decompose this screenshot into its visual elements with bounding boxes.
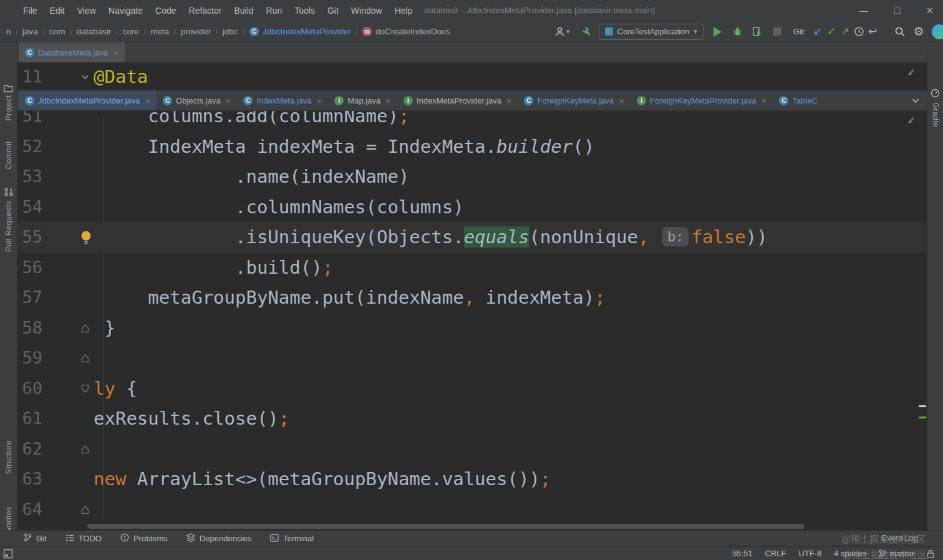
window-controls: — □ × bbox=[859, 0, 933, 21]
menu-view[interactable]: View bbox=[72, 4, 102, 17]
project-folder-icon[interactable] bbox=[4, 84, 13, 95]
close-icon[interactable]: × bbox=[762, 96, 767, 105]
minimize-icon[interactable]: — bbox=[859, 6, 868, 16]
tab-indexmetaprovider-java[interactable]: IIndexMetaProvider.java× bbox=[397, 90, 518, 110]
menu-git[interactable]: Git bbox=[322, 4, 344, 17]
tool-stripe-structure[interactable]: Structure bbox=[4, 440, 13, 474]
menu-refactor[interactable]: Refactor bbox=[183, 4, 228, 17]
inspection-ok-icon[interactable]: ✓ bbox=[907, 115, 916, 127]
tab-indexmeta-java[interactable]: CIndexMeta.java× bbox=[237, 90, 328, 110]
breadcrumb-item[interactable]: provider bbox=[180, 26, 213, 37]
breadcrumb-item[interactable]: core bbox=[122, 26, 140, 37]
close-icon[interactable]: × bbox=[145, 96, 150, 105]
gradle-icon[interactable] bbox=[931, 89, 940, 100]
breadcrumb-item[interactable]: jdbc bbox=[221, 26, 239, 37]
code-segment: false bbox=[691, 226, 745, 248]
tab-foreignkeymeta-java[interactable]: CForeignKeyMeta.java× bbox=[518, 90, 631, 110]
menu-code[interactable]: Code bbox=[150, 4, 181, 17]
close-icon[interactable]: × bbox=[226, 96, 231, 105]
commit-icon[interactable]: ✓ bbox=[825, 25, 838, 39]
menu-build[interactable]: Build bbox=[228, 4, 259, 17]
horizontal-scrollbar[interactable] bbox=[87, 524, 805, 529]
breadcrumb-item[interactable]: com bbox=[48, 26, 67, 37]
menu-window[interactable]: Window bbox=[346, 4, 388, 17]
menu-help[interactable]: Help bbox=[389, 4, 418, 17]
event-log-button[interactable]: Event Log bbox=[881, 533, 918, 543]
pull-request-icon[interactable] bbox=[4, 187, 13, 199]
menu-navigate[interactable]: Navigate bbox=[103, 4, 148, 17]
toolwindow-button-git[interactable]: Git bbox=[24, 533, 47, 544]
caret-position[interactable]: 55:51 bbox=[732, 549, 753, 558]
close-icon[interactable]: × bbox=[506, 96, 512, 105]
menu-run[interactable]: Run bbox=[261, 4, 288, 17]
tab-databasemeta-java[interactable]: C DatabaseMeta.java × bbox=[19, 42, 125, 62]
run-button[interactable] bbox=[711, 25, 725, 39]
peek-editor-code[interactable]: 11 @Data ✓ bbox=[17, 63, 927, 90]
push-icon[interactable]: ↗ bbox=[838, 25, 852, 39]
editor-area[interactable]: C DatabaseMeta.java × 11 @Data ✓ CJdbcIn… bbox=[17, 42, 927, 530]
user-account-icon[interactable] bbox=[553, 25, 566, 39]
tool-stripe-project[interactable]: Project bbox=[4, 95, 13, 121]
menu-tools[interactable]: Tools bbox=[289, 4, 321, 17]
tab-overflow-chevron-icon[interactable] bbox=[911, 95, 921, 108]
tab-tablec[interactable]: CTableC bbox=[773, 90, 823, 110]
breadcrumb-item[interactable]: mdoCreateIndexDocs bbox=[361, 26, 451, 37]
update-project-icon[interactable]: ↙ bbox=[811, 25, 825, 39]
stop-button[interactable] bbox=[771, 25, 785, 39]
gear-icon[interactable]: ⚙ bbox=[912, 25, 926, 39]
breadcrumb-item[interactable]: meta bbox=[149, 26, 170, 37]
close-icon[interactable]: × bbox=[317, 96, 322, 105]
intention-bulb-icon[interactable] bbox=[79, 229, 93, 248]
menu-edit[interactable]: Edit bbox=[44, 4, 70, 17]
tool-stripe-gradle[interactable]: Gradle bbox=[931, 102, 940, 127]
close-icon[interactable]: × bbox=[619, 96, 624, 105]
toolwindow-button-terminal[interactable]: Terminal bbox=[270, 534, 314, 544]
inspection-ok-icon[interactable]: ✓ bbox=[907, 67, 916, 79]
breadcrumb-item[interactable]: n bbox=[5, 26, 12, 37]
error-stripe-mark[interactable] bbox=[919, 405, 926, 407]
breadcrumb-item[interactable]: CJdbcIndexMetaProvider bbox=[248, 26, 352, 37]
user-dropdown-icon[interactable]: ▾ bbox=[566, 27, 570, 36]
code-area[interactable]: 51 columns.add(columnName);52 IndexMeta … bbox=[17, 111, 927, 530]
toolwindow-button-dependencies[interactable]: Dependencies bbox=[186, 533, 251, 544]
toolwindow-toggle-icon[interactable] bbox=[3, 549, 13, 559]
fold-end-icon[interactable] bbox=[80, 354, 90, 365]
toolwindow-button-label: Problems bbox=[133, 534, 168, 543]
fold-end-icon[interactable] bbox=[80, 324, 90, 336]
maximize-icon[interactable]: □ bbox=[894, 5, 901, 16]
toolwindow-button-problems[interactable]: Problems bbox=[120, 533, 168, 544]
menu-file[interactable]: File bbox=[17, 4, 43, 17]
file-encoding[interactable]: UTF-8 bbox=[798, 549, 821, 558]
tab-objects-java[interactable]: CObjects.java× bbox=[157, 90, 237, 110]
tool-stripe-commit[interactable]: Commit bbox=[4, 141, 13, 169]
close-icon[interactable]: × bbox=[926, 4, 933, 17]
indent-style[interactable]: 4 spaces bbox=[834, 549, 866, 558]
debug-button[interactable] bbox=[731, 25, 745, 39]
error-stripe-mark[interactable] bbox=[919, 417, 926, 418]
search-icon[interactable] bbox=[893, 25, 907, 39]
close-icon[interactable]: × bbox=[385, 96, 391, 105]
history-icon[interactable] bbox=[852, 25, 866, 39]
toolwindow-button-todo[interactable]: TODO bbox=[65, 534, 102, 544]
close-icon[interactable]: × bbox=[113, 48, 118, 57]
code-text: metaGroupByName.put(indexName, indexMeta… bbox=[94, 282, 606, 313]
avatar[interactable] bbox=[932, 24, 943, 39]
fold-end-icon[interactable] bbox=[80, 505, 90, 517]
tab-jdbcindexmetaprovider-java[interactable]: CJdbcIndexMetaProvider.java× bbox=[19, 90, 157, 110]
undo-icon[interactable]: ↩ bbox=[866, 25, 879, 39]
wrench-icon[interactable] bbox=[578, 25, 591, 39]
breadcrumb-item[interactable]: java bbox=[21, 26, 39, 37]
git-branch-widget[interactable]: master bbox=[879, 549, 914, 558]
code-segment: builder bbox=[496, 136, 573, 157]
lock-icon[interactable] bbox=[927, 549, 934, 558]
fold-end-icon[interactable] bbox=[80, 445, 90, 456]
line-separator[interactable]: CRLF bbox=[765, 549, 786, 558]
run-with-coverage-button[interactable] bbox=[751, 25, 765, 39]
breadcrumb-item[interactable]: databasir bbox=[75, 26, 113, 37]
tool-stripe-pull-requests[interactable]: Pull Requests bbox=[4, 201, 13, 252]
tab-foreignkeymetaprovider-java[interactable]: IForeignKeyMetaProvider.java× bbox=[631, 90, 773, 110]
fold-start-icon[interactable] bbox=[80, 384, 90, 396]
run-configuration-select[interactable]: CoreTestApplication ▾ bbox=[599, 24, 704, 40]
tab-map-java[interactable]: IMap.java× bbox=[328, 90, 397, 110]
fold-start-icon[interactable] bbox=[80, 72, 90, 84]
